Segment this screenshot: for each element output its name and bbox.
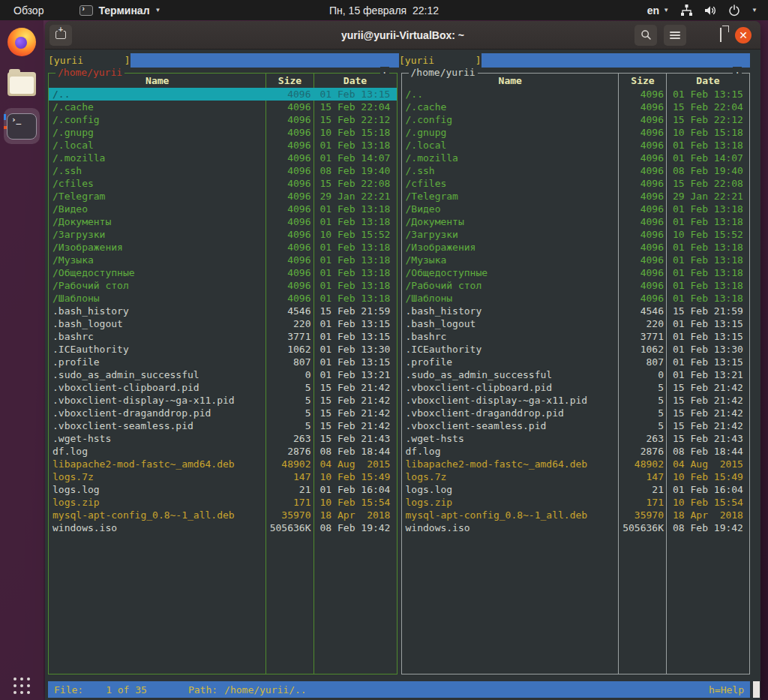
file-row[interactable]: /cfiles409615 Feb 22:08 — [402, 177, 750, 190]
left-panel-path[interactable]: /home/yurii — [56, 67, 124, 79]
file-row[interactable]: /.mozilla409601 Feb 14:07 — [402, 152, 750, 164]
clock-menu[interactable]: Пн, 15 февраля 22:12 — [329, 5, 439, 17]
file-row[interactable]: libapache2-mod-fastc~_amd64.deb4890204 A… — [49, 458, 397, 470]
file-row[interactable]: .wget-hsts26315 Feb 21:43 — [49, 432, 397, 445]
file-row[interactable]: /.local409601 Feb 13:18 — [402, 139, 750, 152]
window-titlebar[interactable]: yurii@yurii-VirtualBox: ~ ✕ — [45, 21, 760, 50]
file-row[interactable]: /Музыка409601 Feb 13:18 — [402, 254, 750, 266]
menu-button[interactable] — [664, 25, 686, 46]
file-row[interactable]: /.ssh409608 Feb 19:40 — [49, 164, 397, 177]
show-applications-button[interactable] — [14, 677, 30, 694]
file-row[interactable]: .vboxclient-clipboard.pid515 Feb 21:42 — [49, 381, 397, 394]
status-help-hint[interactable]: h=Help — [709, 684, 744, 695]
file-row[interactable]: .vboxclient-display-~ga-x11.pid515 Feb 2… — [49, 394, 397, 407]
file-row[interactable]: /.gnupg409610 Feb 15:18 — [49, 126, 397, 139]
file-row[interactable]: /.config409615 Feb 22:12 — [402, 113, 750, 126]
file-row[interactable]: /..409601 Feb 13:15 — [49, 88, 397, 101]
file-row[interactable]: /Рабочий стол409601 Feb 13:18 — [402, 279, 750, 292]
file-row[interactable]: /Общедоступные409601 Feb 13:18 — [402, 266, 750, 279]
file-row[interactable]: .bash_history454615 Feb 21:59 — [49, 305, 397, 317]
file-row[interactable]: df.log287608 Feb 18:44 — [49, 445, 397, 458]
file-row[interactable]: /Рабочий стол409601 Feb 13:18 — [49, 279, 397, 292]
file-row[interactable]: /cfiles409615 Feb 22:08 — [49, 177, 397, 190]
file-row[interactable]: logs.7z14710 Feb 15:49 — [402, 470, 750, 483]
file-row[interactable]: /Загрузки409610 Feb 15:52 — [49, 228, 397, 241]
file-row[interactable]: .ICEauthority106201 Feb 13:30 — [402, 343, 750, 356]
file-row[interactable]: .bash_logout22001 Feb 13:15 — [402, 317, 750, 330]
file-row[interactable]: logs.zip17110 Feb 15:54 — [402, 496, 750, 509]
file-name: /.ssh — [402, 164, 620, 177]
file-row[interactable]: .vboxclient-clipboard.pid515 Feb 21:42 — [402, 381, 750, 394]
file-row[interactable]: /.cache409615 Feb 22:04 — [402, 101, 750, 113]
file-row[interactable]: .wget-hsts26315 Feb 21:43 — [402, 432, 750, 445]
file-row[interactable]: .bash_logout22001 Feb 13:15 — [49, 317, 397, 330]
file-row[interactable]: .vboxclient-draganddrop.pid515 Feb 21:42 — [49, 407, 397, 419]
left-panel-tab[interactable]: [yurii ] — [48, 53, 399, 68]
file-row[interactable]: mysql-apt-config_0.8~-1_all.deb3597018 A… — [49, 509, 397, 521]
file-row[interactable]: /.cache409615 Feb 22:04 — [49, 101, 397, 113]
right-panel-path[interactable]: /home/yurii — [409, 67, 478, 79]
column-header-size[interactable]: Size — [266, 74, 314, 88]
file-row[interactable]: /.config409615 Feb 22:12 — [49, 113, 397, 126]
file-row[interactable]: /Шаблоны409601 Feb 13:18 — [49, 292, 397, 305]
close-button[interactable]: ✕ — [735, 27, 752, 44]
dock-item-files[interactable] — [4, 66, 40, 102]
file-row[interactable]: .bashrc377101 Feb 13:15 — [49, 330, 397, 343]
file-row[interactable]: mysql-apt-config_0.8~-1_all.deb3597018 A… — [402, 509, 750, 521]
system-tray[interactable]: en ▼ ▼ — [647, 5, 768, 17]
file-row[interactable]: windows.iso505636K08 Feb 19:42 — [402, 521, 750, 534]
column-header-size[interactable]: Size — [619, 74, 667, 88]
file-row[interactable]: /..409601 Feb 13:15 — [402, 88, 750, 101]
file-date: 01 Feb 13:15 — [667, 330, 749, 343]
restore-button[interactable] — [713, 29, 728, 42]
file-row[interactable]: .vboxclient-draganddrop.pid515 Feb 21:42 — [402, 407, 750, 419]
file-name: /Музыка — [402, 254, 620, 266]
keyboard-layout-indicator[interactable]: en ▼ — [647, 5, 669, 17]
file-row[interactable]: /Музыка409601 Feb 13:18 — [49, 254, 397, 266]
file-row[interactable]: /Общедоступные409601 Feb 13:18 — [49, 266, 397, 279]
file-row[interactable]: /Загрузки409610 Feb 15:52 — [402, 228, 750, 241]
minimize-button[interactable] — [693, 29, 706, 42]
file-row[interactable]: /Telegram409629 Jan 22:21 — [402, 190, 750, 203]
file-row[interactable]: .sudo_as_admin_successful001 Feb 13:21 — [49, 368, 397, 381]
file-date: 01 Feb 13:15 — [667, 317, 749, 330]
file-row[interactable]: /Видео409601 Feb 13:18 — [402, 203, 750, 215]
file-date: 01 Feb 13:18 — [667, 254, 749, 266]
file-row[interactable]: logs.log2101 Feb 16:04 — [402, 483, 750, 496]
file-row[interactable]: /.local409601 Feb 13:18 — [49, 139, 397, 152]
file-row[interactable]: libapache2-mod-fastc~_amd64.deb4890204 A… — [402, 458, 750, 470]
file-row[interactable]: logs.zip17110 Feb 15:54 — [49, 496, 397, 509]
file-row[interactable]: .profile80701 Feb 13:15 — [49, 356, 397, 368]
file-row[interactable]: /Документы409601 Feb 13:18 — [402, 215, 750, 228]
file-row[interactable]: /.mozilla409601 Feb 14:07 — [49, 152, 397, 164]
app-menu-button[interactable]: Терминал ▼ — [80, 5, 160, 17]
file-row[interactable]: .vboxclient-display-~ga-x11.pid515 Feb 2… — [402, 394, 750, 407]
file-row[interactable]: /Документы409601 Feb 13:18 — [49, 215, 397, 228]
file-row[interactable]: /Шаблоны409601 Feb 13:18 — [402, 292, 750, 305]
right-panel-tab[interactable]: [yurii ] — [399, 53, 750, 68]
file-row[interactable]: .sudo_as_admin_successful001 Feb 13:21 — [402, 368, 750, 381]
dock-item-firefox[interactable] — [4, 24, 40, 60]
file-row[interactable]: logs.7z14710 Feb 15:49 — [49, 470, 397, 483]
file-row[interactable]: /.gnupg409610 Feb 15:18 — [402, 126, 750, 139]
file-name: /cfiles — [402, 177, 620, 190]
file-row[interactable]: /.ssh409608 Feb 19:40 — [402, 164, 750, 177]
activities-button[interactable]: Обзор — [0, 5, 57, 17]
terminal-content: [yurii ] [yurii ] /home/yurii · Name Siz… — [45, 50, 760, 700]
file-row[interactable]: .ICEauthority106201 Feb 13:30 — [49, 343, 397, 356]
file-row[interactable]: logs.log2101 Feb 16:04 — [49, 483, 397, 496]
file-row[interactable]: windows.iso505636K08 Feb 19:42 — [49, 521, 397, 534]
file-row[interactable]: .vboxclient-seamless.pid515 Feb 21:42 — [402, 419, 750, 432]
file-row[interactable]: /Telegram409629 Jan 22:21 — [49, 190, 397, 203]
file-row[interactable]: df.log287608 Feb 18:44 — [402, 445, 750, 458]
file-row[interactable]: /Изображения409601 Feb 13:18 — [402, 241, 750, 254]
dock-item-terminal[interactable] — [4, 108, 40, 144]
new-tab-button[interactable] — [50, 25, 72, 46]
file-row[interactable]: /Изображения409601 Feb 13:18 — [49, 241, 397, 254]
file-row[interactable]: /Видео409601 Feb 13:18 — [49, 203, 397, 215]
file-row[interactable]: .bashrc377101 Feb 13:15 — [402, 330, 750, 343]
search-button[interactable] — [634, 25, 657, 46]
file-row[interactable]: .bash_history454615 Feb 21:59 — [402, 305, 750, 317]
file-row[interactable]: .profile80701 Feb 13:15 — [402, 356, 750, 368]
file-row[interactable]: .vboxclient-seamless.pid515 Feb 21:42 — [49, 419, 397, 432]
